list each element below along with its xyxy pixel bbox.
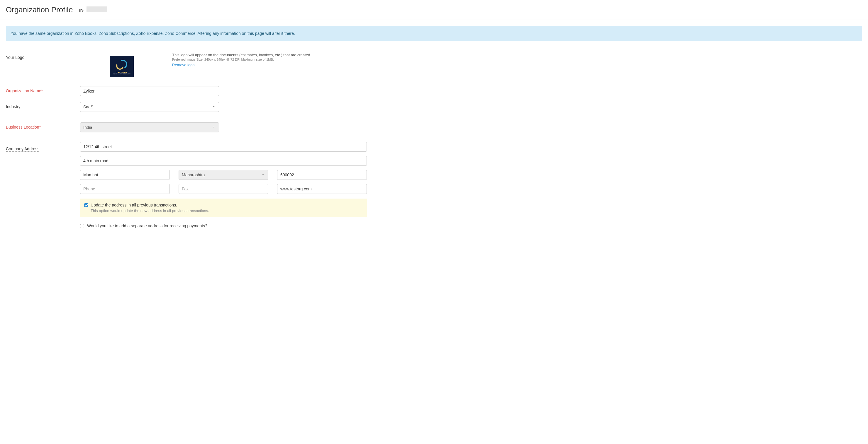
update-address-label: Update the address in all previous trans…	[91, 203, 177, 207]
address-line1-input[interactable]	[80, 142, 367, 152]
industry-select[interactable]: SaaS	[80, 102, 219, 112]
page-title: Organization Profile	[6, 5, 73, 14]
logo-brand-text: TESTORG	[116, 71, 127, 73]
remove-logo-link[interactable]: Remove logo	[172, 63, 195, 67]
org-id-value	[87, 6, 107, 12]
logo-label: Your Logo	[6, 53, 80, 60]
company-address-row: Company Address Maharashtra	[6, 142, 862, 228]
fax-input[interactable]	[179, 184, 268, 194]
org-id-label: ID:	[79, 8, 85, 13]
org-name-row: Organization Name*	[6, 86, 862, 96]
business-location-select[interactable]: India	[80, 123, 219, 132]
separate-address-row: Would you like to add a separate address…	[80, 224, 862, 228]
separate-address-checkbox[interactable]	[80, 224, 84, 228]
website-input[interactable]	[277, 184, 367, 194]
logo-info: This logo will appear on the documents (…	[172, 53, 311, 67]
logo-info-line1: This logo will appear on the documents (…	[172, 53, 311, 57]
business-location-value: India	[83, 125, 92, 130]
org-name-label: Organization Name*	[6, 86, 80, 93]
business-location-row: Business Location* India	[6, 123, 862, 132]
update-address-subtext: This option would update the new address…	[91, 208, 363, 213]
logo-image: TESTORG LEADING THE WAY TO THE FUTURE	[110, 56, 134, 77]
header-separator: |	[75, 7, 76, 14]
logo-info-line2: Preferred Image Size: 240px x 240px @ 72…	[172, 58, 311, 61]
logo-upload-box[interactable]: TESTORG LEADING THE WAY TO THE FUTURE	[80, 53, 163, 80]
logo-row: Your Logo TESTORG LEADING THE WAY TO THE…	[6, 53, 862, 80]
sync-info-banner: You have the same organization in Zoho B…	[6, 26, 862, 41]
page-header: Organization Profile | ID:	[0, 0, 868, 20]
phone-input[interactable]	[80, 184, 170, 194]
logo-icon	[116, 59, 128, 71]
city-input[interactable]	[80, 170, 170, 180]
state-select[interactable]: Maharashtra	[179, 170, 268, 180]
separate-address-label: Would you like to add a separate address…	[87, 224, 207, 228]
state-value: Maharashtra	[182, 172, 205, 177]
content-area: You have the same organization in Zoho B…	[0, 20, 868, 240]
business-location-label: Business Location*	[6, 123, 80, 130]
logo-brand-subtext: LEADING THE WAY TO THE FUTURE	[113, 73, 131, 75]
org-name-input[interactable]	[80, 86, 219, 96]
update-address-box: Update the address in all previous trans…	[80, 199, 367, 217]
address-line2-input[interactable]	[80, 156, 367, 166]
zip-input[interactable]	[277, 170, 367, 180]
update-address-checkbox[interactable]	[84, 203, 88, 207]
industry-row: Industry SaaS	[6, 102, 862, 112]
banner-text: You have the same organization in Zoho B…	[10, 31, 295, 36]
company-address-label: Company Address	[6, 144, 39, 152]
industry-label: Industry	[6, 102, 80, 109]
industry-value: SaaS	[83, 105, 93, 109]
